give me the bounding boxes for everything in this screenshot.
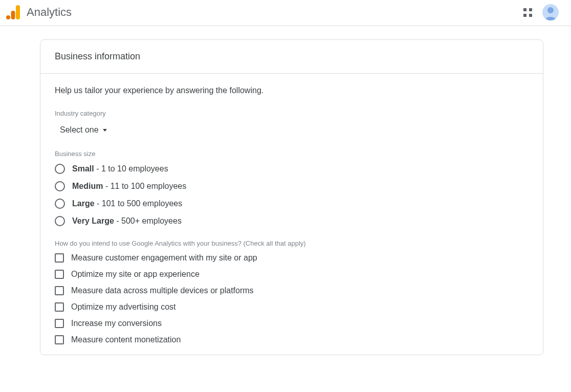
intent-option-optimize-experience[interactable]: Optimize my site or app experience (55, 270, 529, 279)
size-label: Business size (55, 150, 529, 158)
intent-option-optimize-ad-cost[interactable]: Optimize my advertising cost (55, 302, 529, 312)
size-option-rest: - 1 to 10 employees (94, 164, 168, 173)
panel-body: Help us tailor your experience by answer… (40, 74, 543, 355)
svg-point-2 (6, 15, 10, 19)
svg-point-3 (547, 7, 554, 13)
panel-intro: Help us tailor your experience by answer… (55, 86, 529, 95)
industry-section: Industry category Select one (55, 110, 529, 137)
checkbox-icon (55, 319, 64, 328)
size-option-small[interactable]: Small - 1 to 10 employees (55, 164, 529, 174)
header-right (523, 4, 563, 20)
size-option-rest: - 500+ employees (114, 216, 182, 225)
header-left: Analytics (6, 4, 72, 20)
svg-rect-0 (16, 5, 20, 19)
intent-option-label: Measure data across multiple devices or … (71, 286, 254, 295)
size-option-bold: Medium (72, 182, 103, 190)
intent-option-conversions[interactable]: Increase my conversions (55, 319, 529, 328)
intent-option-label: Optimize my site or app experience (71, 270, 200, 279)
industry-label: Industry category (55, 110, 529, 117)
radio-icon (55, 199, 65, 209)
app-title: Analytics (27, 6, 72, 19)
size-section: Business size Small - 1 to 10 employees … (55, 150, 529, 226)
size-option-bold: Small (72, 164, 94, 173)
intent-option-engagement[interactable]: Measure customer engagement with my site… (55, 253, 529, 263)
checkbox-icon (55, 302, 64, 312)
intent-label: How do you intend to use Google Analytic… (55, 239, 529, 247)
size-option-bold: Very Large (72, 216, 114, 225)
radio-icon (55, 164, 65, 174)
checkbox-icon (55, 286, 64, 295)
size-radio-list: Small - 1 to 10 employees Medium - 11 to… (55, 164, 529, 226)
radio-icon (55, 181, 65, 191)
intent-option-label: Increase my conversions (71, 319, 162, 328)
app-header: Analytics (0, 0, 571, 26)
checkbox-icon (55, 270, 64, 279)
industry-select[interactable]: Select one (57, 123, 110, 137)
size-option-large[interactable]: Large - 101 to 500 employees (55, 199, 529, 209)
panel-header: Business information (40, 40, 543, 74)
size-option-very-large[interactable]: Very Large - 500+ employees (55, 216, 529, 226)
intent-option-label: Optimize my advertising cost (71, 302, 176, 312)
business-info-panel: Business information Help us tailor your… (40, 39, 543, 355)
size-option-rest: - 11 to 100 employees (103, 182, 186, 190)
industry-select-text: Select one (60, 125, 99, 135)
checkbox-icon (55, 335, 64, 344)
checkbox-icon (55, 253, 64, 263)
size-option-rest: - 101 to 500 employees (95, 199, 183, 208)
intent-option-label: Measure content monetization (71, 335, 181, 344)
intent-option-monetization[interactable]: Measure content monetization (55, 335, 529, 344)
panel-title: Business information (55, 51, 529, 62)
intent-check-list: Measure customer engagement with my site… (55, 253, 529, 344)
intent-section: How do you intend to use Google Analytic… (55, 239, 529, 344)
radio-icon (55, 216, 65, 226)
size-option-medium[interactable]: Medium - 11 to 100 employees (55, 181, 529, 191)
chevron-down-icon (103, 129, 107, 132)
size-option-bold: Large (72, 199, 95, 208)
avatar[interactable] (542, 4, 559, 20)
intent-option-cross-device[interactable]: Measure data across multiple devices or … (55, 286, 529, 295)
analytics-logo-icon (6, 4, 20, 20)
apps-grid-icon[interactable] (523, 8, 532, 17)
svg-rect-1 (11, 11, 15, 19)
intent-option-label: Measure customer engagement with my site… (71, 253, 257, 263)
